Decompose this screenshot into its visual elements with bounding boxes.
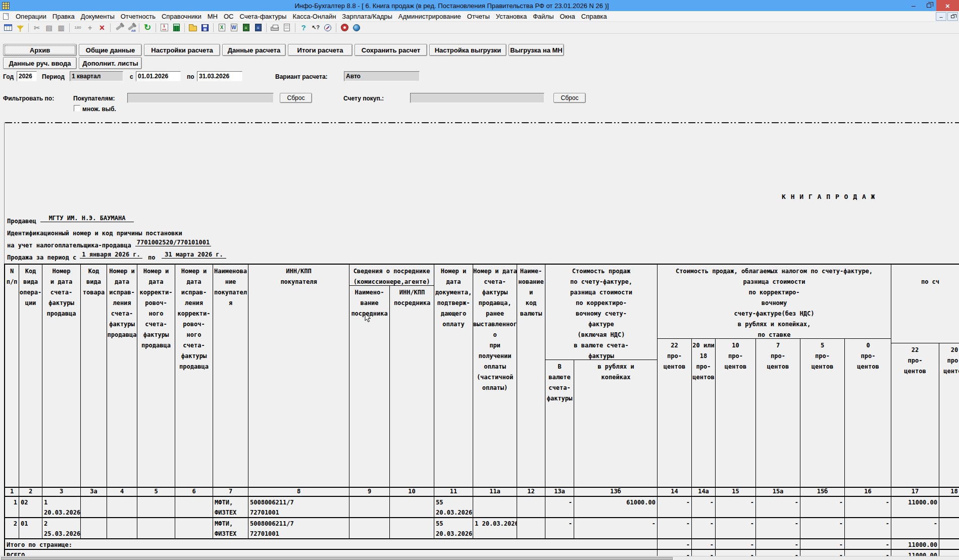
col-header-buyer-inn: ИНН/КПП покупателя: [248, 265, 349, 487]
horizontal-scrollbar[interactable]: [0, 556, 959, 560]
search-params-button[interactable]: АЯ: [125, 22, 137, 33]
buyers-reset-button[interactable]: Сброс: [280, 93, 312, 103]
excel-export-button[interactable]: X: [216, 22, 228, 33]
open-button[interactable]: [187, 22, 199, 33]
mouse-cursor: [365, 313, 371, 325]
child-restore-button[interactable]: [947, 12, 958, 21]
copy-button[interactable]: ▥: [55, 22, 67, 33]
menu-documents[interactable]: Документы: [78, 13, 118, 20]
internet-button[interactable]: [350, 22, 363, 33]
col-header-invoice: Номер и дата счета- фактуры продавца: [42, 265, 81, 487]
add-button[interactable]: +: [84, 22, 96, 33]
table-row[interactable]: 1 02 1 20.03.2026 МФТИ, ФИЗТЕХ 500800621…: [5, 497, 959, 518]
account-reset-button[interactable]: Сброс: [553, 93, 586, 103]
menu-kassa-online[interactable]: Касса-Онлайн: [289, 13, 339, 20]
account-filter-input[interactable]: [410, 93, 544, 103]
col-header-advance-invoice: Номер и дата счета- фактуры продавца, ра…: [473, 265, 517, 487]
col-header-rate-7: 7 про- центов: [756, 339, 800, 487]
search-button[interactable]: [113, 22, 125, 33]
child-minimize-button[interactable]: –: [936, 12, 946, 21]
tab-manual-data[interactable]: Данные руч. ввода: [3, 57, 77, 69]
export-doc-button[interactable]: ≡: [252, 22, 264, 33]
table-grid-button[interactable]: [2, 22, 14, 33]
buyers-filter-input[interactable]: [127, 93, 274, 103]
calculator-button[interactable]: [170, 22, 182, 33]
col-header-vat-20: 20 про- центов: [939, 343, 959, 487]
col-header-correction: Номер и дата исправ- ления счета- фактур…: [107, 265, 137, 487]
tab-calc-data[interactable]: Данные расчета: [222, 44, 286, 56]
browse-button[interactable]: [322, 22, 334, 33]
menu-salary[interactable]: Зарплата/Кадры: [339, 13, 395, 20]
col-header-in-currency: В валюте счета- фактуры: [545, 360, 574, 487]
col-header-rate-0: 0 про- центов: [845, 339, 891, 487]
delete-button[interactable]: ×: [96, 22, 108, 33]
save-button[interactable]: [199, 22, 211, 33]
calendar-icon: 1янв: [161, 24, 168, 31]
word-export-button[interactable]: W: [228, 22, 240, 33]
minimize-button[interactable]: –: [906, 0, 921, 11]
menu-reporting[interactable]: Отчетность: [118, 13, 159, 20]
paste-icon: ▤: [45, 24, 52, 32]
support-button[interactable]: [338, 22, 350, 33]
toolbar: ✂ ▤ ▥ 180 + × АЯ ↻ 1янв X W ≡ ≡ ? ↖?: [0, 22, 959, 34]
rotate-button[interactable]: 180: [72, 22, 84, 33]
menu-directories[interactable]: Справочники: [159, 13, 205, 20]
multi-select-checkbox[interactable]: [74, 105, 80, 112]
menu-files[interactable]: Файлы: [530, 13, 557, 20]
report-title: К Н И Г А П Р О Д А Ж: [782, 193, 875, 200]
preview-button[interactable]: [281, 22, 293, 33]
close-button[interactable]: ×: [936, 0, 959, 11]
page-total-label: Итого по странице:: [5, 539, 658, 549]
menu-operations[interactable]: Операции: [13, 13, 49, 20]
menu-edit[interactable]: Правка: [49, 13, 78, 20]
word-icon: W: [231, 24, 237, 31]
col-header-adj-invoice: Номер и дата корректи- ровоч- ного счета…: [137, 265, 175, 487]
year-input[interactable]: 2026: [17, 71, 37, 81]
filter-icon: [17, 26, 24, 30]
tab-general-data[interactable]: Общие данные: [79, 44, 142, 56]
window-title: Инфо-Бухгалтер 8.8 - [ 6. Книга продаж (…: [0, 2, 903, 10]
tab-export-mn[interactable]: Выгрузка на МН: [509, 44, 564, 56]
menu-setup[interactable]: Установка: [493, 13, 530, 20]
print-icon: [271, 27, 279, 31]
tab-calc-results[interactable]: Итоги расчета: [288, 44, 352, 56]
export-table-button[interactable]: ≡: [240, 22, 252, 33]
menu-mn[interactable]: МН: [205, 13, 221, 20]
refresh-button[interactable]: ↻: [141, 22, 154, 33]
scrollbar-thumb[interactable]: [1, 557, 673, 560]
from-date-input[interactable]: 01.01.2026: [136, 71, 181, 81]
tab-additional-sheets[interactable]: Дополнит. листы: [79, 57, 142, 69]
col-header-rate-22: 22 про- центов: [658, 339, 692, 487]
tab-archive[interactable]: Архив: [3, 44, 77, 56]
toolbar-separator: [110, 23, 111, 32]
to-label: по: [187, 73, 194, 80]
context-help-button[interactable]: ↖?: [310, 22, 322, 33]
menu-administration[interactable]: Администрирование: [395, 13, 464, 20]
child-window-icon[interactable]: [3, 13, 9, 20]
menu-help[interactable]: Справка: [578, 13, 610, 20]
period-to-value: 31 марта 2026 г.: [162, 251, 226, 259]
menu-windows[interactable]: Окна: [557, 13, 578, 20]
table-row[interactable]: 2 01 2 25.03.2026 МФТИ, ФИЗТЕХ 500800621…: [5, 518, 959, 539]
inn-caption-line2: на учет налогоплательщика-продавца: [7, 240, 131, 250]
export-table-icon: ≡: [243, 24, 249, 31]
menu-invoices[interactable]: Счета-фактуры: [236, 13, 289, 20]
tab-export-settings[interactable]: Настройка выгрузки: [429, 44, 507, 56]
help-button[interactable]: ?: [297, 22, 310, 33]
tab-save-calc[interactable]: Сохранить расчет: [355, 44, 427, 56]
menu-os[interactable]: ОС: [221, 13, 237, 20]
menu-reports[interactable]: Отчеты: [464, 13, 493, 20]
restore-button[interactable]: [921, 0, 936, 11]
paste-button[interactable]: ▤: [43, 22, 55, 33]
child-restore-icon: [951, 15, 954, 18]
to-date-input[interactable]: 31.03.2026: [197, 71, 242, 81]
calendar-button[interactable]: 1янв: [158, 22, 170, 33]
col-group-sales-total: Стоимость продаж по счету-фактуре, разни…: [545, 265, 658, 487]
tab-calc-settings[interactable]: Настройки расчета: [144, 44, 220, 56]
period-input[interactable]: 1 квартал: [70, 71, 123, 81]
print-button[interactable]: [269, 22, 281, 33]
cut-button[interactable]: ✂: [31, 22, 43, 33]
variant-input[interactable]: Авто: [344, 71, 420, 81]
col-header-payment-doc: Номер и дата документа, подтверж- дающег…: [434, 265, 473, 487]
filter-button[interactable]: [14, 22, 26, 33]
